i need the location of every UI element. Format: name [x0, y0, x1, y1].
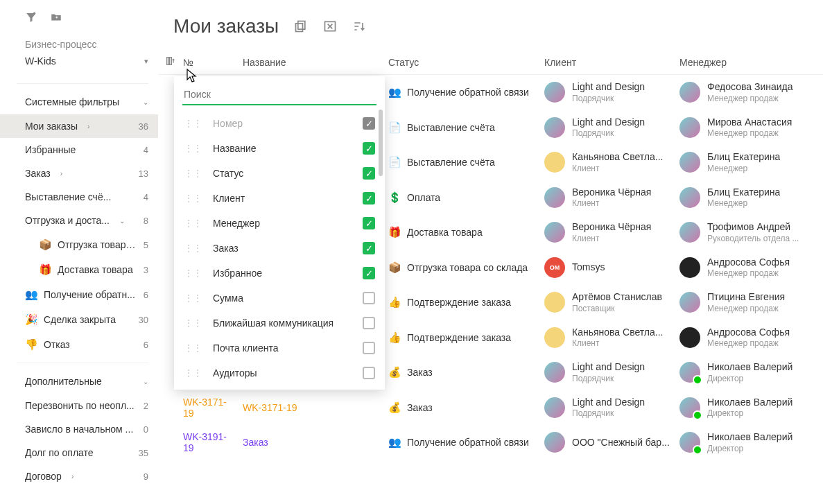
drag-handle-icon[interactable]: ⋮⋮ [184, 143, 202, 154]
manager-role: Менеджер продаж [707, 304, 785, 314]
row-manager[interactable]: Трофимов АндрейРуководитель отдела ... [679, 221, 811, 244]
sidebar-item[interactable]: 🎉Сделка закрыта30 [0, 307, 158, 332]
col-header-manager[interactable]: Менеджер [679, 57, 811, 68]
row-manager[interactable]: Николаев ВалерийДиректор [679, 431, 811, 454]
column-toggle-checkbox[interactable]: ✓ [363, 117, 375, 130]
row-manager[interactable]: Андросова СофьяМенеджер продаж [679, 327, 811, 349]
drag-handle-icon[interactable]: ⋮⋮ [184, 243, 202, 254]
column-toggle-checkbox[interactable]: ✓ [363, 192, 375, 205]
column-picker-item[interactable]: ⋮⋮Заказ✓ [174, 236, 385, 261]
drag-handle-icon[interactable]: ⋮⋮ [184, 118, 202, 129]
sidebar-item[interactable]: 👥Получение обратн...6 [0, 282, 158, 307]
status-icon: 📦 [388, 261, 401, 274]
sidebar-item[interactable]: 📦Отгрузка товара ...5 [0, 232, 158, 257]
column-toggle-checkbox[interactable]: ✓ [363, 267, 375, 279]
folder-add-icon[interactable] [50, 11, 62, 24]
col-header-client[interactable]: Клиент [544, 57, 679, 68]
system-filters-group[interactable]: Системные фильтры ⌄ [0, 89, 158, 114]
sort-icon[interactable] [352, 19, 366, 33]
row-name[interactable]: WK-3171-19 [243, 402, 388, 413]
sidebar-item[interactable]: Долг по оплате35 [0, 441, 158, 464]
column-toggle-checkbox[interactable]: ✓ [363, 142, 375, 155]
copy-icon[interactable] [294, 19, 308, 33]
sidebar-item[interactable]: Выставление счё...4 [0, 185, 158, 209]
row-manager[interactable]: Андросова СофьяМенеджер продаж [679, 257, 811, 279]
table-row[interactable]: WK-3191-19Заказ👥Получение обратной связи… [158, 425, 823, 460]
status-label: Заказ [407, 367, 433, 378]
column-toggle-checkbox[interactable] [363, 317, 375, 329]
column-option-label: Название [213, 143, 257, 154]
status-label: Подтверждение заказа [407, 332, 511, 343]
drag-handle-icon[interactable]: ⋮⋮ [184, 168, 202, 179]
row-client[interactable]: OMTomsys [544, 257, 679, 278]
row-client[interactable]: Каньянова Светла...Клиент [544, 327, 679, 349]
avatar [679, 222, 700, 243]
row-client[interactable]: Light and DesignПодрядчик [544, 116, 679, 139]
row-client[interactable]: Каньянова Светла...Клиент [544, 151, 679, 174]
avatar [544, 432, 565, 453]
row-number[interactable]: WK-3191-19 [183, 431, 243, 453]
column-toggle-checkbox[interactable]: ✓ [363, 167, 375, 180]
sidebar-item[interactable]: Зависло в начальном ...0 [0, 417, 158, 441]
manager-role: Директор [707, 374, 792, 384]
sidebar-item[interactable]: Отгрузка и доста...⌄8 [0, 209, 158, 232]
scrollbar-thumb[interactable] [379, 110, 383, 176]
drag-handle-icon[interactable]: ⋮⋮ [184, 367, 202, 379]
column-picker-item[interactable]: ⋮⋮Номер✓ [174, 111, 385, 136]
column-picker-item[interactable]: ⋮⋮Почта клиента [174, 336, 385, 360]
column-picker-item[interactable]: ⋮⋮Сумма [174, 286, 385, 311]
row-name[interactable]: Заказ [243, 437, 388, 448]
column-picker-search-input[interactable] [182, 85, 376, 105]
row-manager[interactable]: Блиц ЕкатеринаМенеджер [679, 186, 811, 209]
table-row[interactable]: WK-3171-19WK-3171-19💰ЗаказLight and Desi… [158, 390, 823, 426]
row-manager[interactable]: Николаев ВалерийДиректор [679, 397, 811, 419]
column-picker-item[interactable]: ⋮⋮Менеджер✓ [174, 211, 385, 236]
column-config-button[interactable] [158, 55, 183, 69]
col-header-number[interactable]: № [183, 57, 243, 68]
row-manager[interactable]: Мирова АнастасияМенеджер продаж [679, 116, 811, 139]
column-picker-item[interactable]: ⋮⋮Название✓ [174, 136, 385, 161]
additional-filters-group[interactable]: Дополнительные ⌄ [0, 369, 158, 394]
row-client[interactable]: Вероника ЧёрнаяКлиент [544, 221, 679, 244]
row-client[interactable]: Вероника ЧёрнаяКлиент [544, 186, 679, 209]
col-header-status[interactable]: Статус [388, 57, 544, 68]
row-client[interactable]: Light and DesignПодрядчик [544, 361, 679, 384]
row-client[interactable]: Light and DesignПодрядчик [544, 81, 679, 104]
column-picker-item[interactable]: ⋮⋮Клиент✓ [174, 186, 385, 211]
column-toggle-checkbox[interactable] [363, 367, 375, 379]
sidebar-item[interactable]: Заказ›13 [0, 162, 158, 185]
status-icon: 👥 [388, 436, 401, 449]
column-toggle-checkbox[interactable]: ✓ [363, 242, 375, 254]
row-client[interactable]: ООО "Снежный бар... [544, 432, 679, 453]
sidebar-item[interactable]: 👎Отказ6 [0, 332, 158, 357]
filter-add-icon[interactable] [25, 11, 37, 24]
column-picker-item[interactable]: ⋮⋮Аудиторы [174, 360, 385, 385]
drag-handle-icon[interactable]: ⋮⋮ [184, 293, 202, 304]
sidebar-item[interactable]: Перезвонить по неопл...2 [0, 394, 158, 417]
drag-handle-icon[interactable]: ⋮⋮ [184, 218, 202, 229]
drag-handle-icon[interactable]: ⋮⋮ [184, 268, 202, 279]
row-client[interactable]: Артёмов СтаниславПоставщик [544, 291, 679, 314]
row-manager[interactable]: Птицина ЕвгенияМенеджер продаж [679, 291, 811, 314]
row-client[interactable]: Light and DesignПодрядчик [544, 397, 679, 419]
column-toggle-checkbox[interactable] [363, 292, 375, 304]
drag-handle-icon[interactable]: ⋮⋮ [184, 342, 202, 354]
sidebar-item[interactable]: Избранные4 [0, 138, 158, 162]
column-picker-item[interactable]: ⋮⋮Статус✓ [174, 161, 385, 186]
row-manager[interactable]: Блиц ЕкатеринаМенеджер [679, 151, 811, 174]
workspace-selector[interactable]: W-Kids ▾ [0, 53, 158, 69]
sidebar-item[interactable]: Договор›9 [0, 464, 158, 488]
col-header-name[interactable]: Название [243, 57, 388, 68]
row-number[interactable]: WK-3171-19 [183, 397, 243, 419]
excel-export-icon[interactable] [323, 19, 337, 33]
column-picker-item[interactable]: ⋮⋮Избранное✓ [174, 261, 385, 286]
sidebar-item[interactable]: Мои заказы›36 [0, 114, 158, 138]
drag-handle-icon[interactable]: ⋮⋮ [184, 318, 202, 329]
row-manager[interactable]: Николаев ВалерийДиректор [679, 361, 811, 384]
sidebar-item[interactable]: 🎁Доставка товара3 [0, 257, 158, 282]
row-manager[interactable]: Федосова ЗинаидаМенеджер продаж [679, 81, 811, 104]
drag-handle-icon[interactable]: ⋮⋮ [184, 193, 202, 204]
column-picker-item[interactable]: ⋮⋮Ближайшая коммуникация [174, 311, 385, 336]
column-toggle-checkbox[interactable]: ✓ [363, 217, 375, 229]
column-toggle-checkbox[interactable] [363, 342, 375, 354]
